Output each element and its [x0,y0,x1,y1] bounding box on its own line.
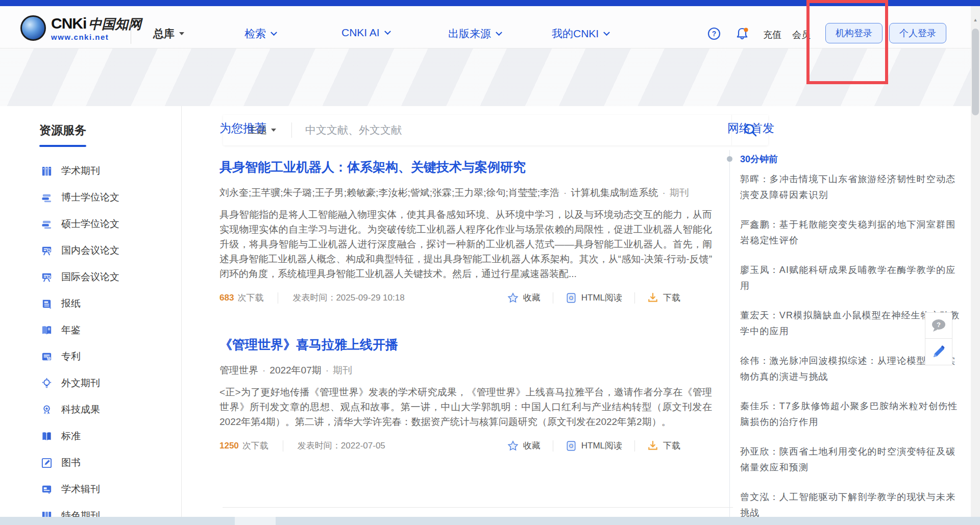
zongku-label: 总库 [153,27,175,41]
html-doc-icon [566,440,577,452]
feedback-bubble-icon: ? [930,318,947,333]
list-item[interactable]: 廖玉凤：AI赋能科研成果反哺教学在酶学教学的应用 [740,262,965,294]
sidebar-item-domestic-conference[interactable]: 国内会议论文 [41,243,119,258]
star-icon [507,292,519,304]
article-doc-type: 期刊 [333,365,352,376]
html-read-button[interactable]: HTML阅读 [566,440,622,452]
standard-book-icon [41,431,53,442]
sidebar-item-master-thesis[interactable]: 硕士学位论文 [41,216,119,232]
help-icon[interactable]: ? [707,27,721,41]
search-section: 主题 [0,48,980,106]
nav-item-cnki-ai[interactable]: CNKI AI [341,27,390,39]
globe-logo-icon [20,15,46,41]
edit-button[interactable] [925,339,952,365]
sidebar-item-books[interactable]: 图书 [41,455,81,470]
article-source[interactable]: 计算机集成制造系统 [571,187,658,198]
cnki-logo[interactable]: CNKi 中国知网 www.cnki.net [20,15,141,41]
doctoral-thesis-icon [41,192,53,204]
timeline-dot [727,156,732,162]
article-doc-type: 期刊 [670,187,689,198]
header: CNKi 中国知网 www.cnki.net 总库 检索 CNKI AI 出版来… [0,6,980,48]
scroll-up-arrow[interactable]: ▲ [971,17,980,22]
horizontal-scrollbar[interactable] [0,517,980,525]
list-item[interactable]: 孙亚欣：陕西省土地利用变化的时空演变特征及碳储量效应和预测 [740,444,965,476]
favorite-button[interactable]: 收藏 [507,292,541,304]
domestic-conference-icon [41,245,53,257]
yearbook-icon [41,324,53,336]
notification-bell-icon[interactable] [735,27,749,41]
master-thesis-icon [41,218,53,230]
patent-icon [41,351,53,363]
article-meta-row: 683 次下载 发表时间： 2025-09-29 10:18 收藏 HTML阅读… [219,292,712,304]
article-title[interactable]: 具身智能工业机器人：体系架构、关键技术与案例研究 [219,159,712,176]
resource-sidebar: 资源服务 学术期刊 博士学位论文 硕士学位论文 国内会议论文 国际会议论文 报纸 [0,106,182,525]
sidebar-item-patent[interactable]: 专利 [41,349,81,364]
article-authors[interactable]: 刘永奎;王芊骥;朱子璐;王子男;赖敏豪;李汝彬;訾斌;张霖;王力翠;徐句;肖莹莹… [219,187,559,198]
favorite-button[interactable]: 收藏 [507,440,541,452]
nav-item-my-cnki[interactable]: 我的CNKI [552,27,609,41]
publish-date: 2025-09-29 10:18 [336,293,404,303]
sidebar-item-academic-series[interactable]: 学术辑刊 [41,482,100,497]
list-item[interactable]: 严鑫鹏：基于耗散能突变失稳判据的地下洞室群围岩稳定性评价 [740,217,965,248]
recommend-title: 为您推荐 [219,120,712,136]
feedback-button[interactable]: ? [925,312,952,339]
timeline-line [729,150,730,525]
vertical-scrollbar-thumb[interactable] [972,29,979,115]
chevron-down-icon [496,29,502,36]
nav-item-publish-source[interactable]: 出版来源 [448,27,501,41]
org-login-button[interactable]: 机构登录 [825,23,883,43]
top-strip [0,0,980,6]
html-doc-icon [566,292,577,304]
caret-down-icon [179,32,184,35]
list-item[interactable]: 秦佳乐：T7多肽修饰超小聚多巴胺纳米粒对创伤性脑损伤的治疗作用 [740,398,965,430]
horizontal-scrollbar-thumb[interactable] [235,517,276,525]
download-count: 683 [219,293,234,303]
list-item[interactable]: 郭晖：多冲击情境下山东省旅游经济韧性时空动态演变及障碍因素识别 [740,171,965,203]
journal-bars-icon [41,165,53,177]
chevron-down-icon [384,28,391,35]
sidebar-item-newspaper[interactable]: 报纸 [41,296,81,311]
book-edit-icon [41,457,53,469]
sidebar-item-international-conference[interactable]: 国际会议论文 [41,269,119,285]
sidebar-item-standard[interactable]: 标准 [41,429,81,444]
personal-login-button[interactable]: 个人登录 [889,23,946,43]
recommend-section: 为您推荐 具身智能工业机器人：体系架构、关键技术与案例研究 刘永奎;王芊骥;朱子… [219,106,712,452]
article-authors-line: 刘永奎;王芊骥;朱子璐;王子男;赖敏豪;李汝彬;訾斌;张霖;王力翠;徐句;肖莹莹… [219,185,712,201]
article-title[interactable]: 《管理世界》喜马拉雅上线开播 [219,336,712,353]
floating-widget: ? [925,312,952,365]
logo-url-text: www.cnki.net [51,33,141,41]
recharge-link[interactable]: 充值 [763,29,781,41]
pencil-icon [931,344,946,360]
chevron-down-icon [603,29,610,36]
content-bottom-divider [223,507,733,508]
newspaper-icon [41,298,53,310]
cnki-homepage: CNKi 中国知网 www.cnki.net 总库 检索 CNKI AI 出版来… [0,0,980,525]
nav-item-zongku[interactable]: 总库 [153,27,184,41]
sidebar-item-foreign-journal[interactable]: 外文期刊 [41,376,100,391]
sidebar-item-sci-achievements[interactable]: 科技成果 [41,402,100,417]
sidebar-item-doctoral-thesis[interactable]: 博士学位论文 [41,190,119,205]
sidebar-item-academic-journal[interactable]: 学术期刊 [41,163,100,179]
logo-cn-text: 中国知网 [88,18,141,31]
article-abstract: 具身智能指的是将人工智能融入物理实体，使其具备感知环境、从环境中学习，以及与环境… [219,207,712,281]
member-link[interactable]: 会员 [792,29,811,41]
sidebar-title-underline [39,145,86,147]
list-item[interactable]: 曾文泓：人工智能驱动下解剖学教学的现状与未来挑战 [740,489,965,521]
download-button[interactable]: 下载 [647,292,680,304]
nav-item-search[interactable]: 检索 [244,27,276,41]
svg-text:?: ? [712,30,717,38]
download-icon [647,292,658,304]
download-icon [647,440,658,452]
download-button[interactable]: 下载 [647,440,680,452]
foreign-journal-bulb-icon [41,378,53,389]
article-abstract: <正>为了更好地传播《管理世界》发表的学术研究成果，《管理世界》上线喜马拉雅平台… [219,385,712,429]
vertical-scrollbar[interactable]: ▲ [971,6,980,517]
sidebar-title: 资源服务 [39,122,86,138]
sidebar-item-yearbook[interactable]: 年鉴 [41,322,81,338]
chevron-down-icon [271,29,277,36]
svg-text:?: ? [937,321,941,329]
html-read-button[interactable]: HTML阅读 [566,292,622,304]
publish-date: 2022-07-05 [341,441,385,451]
article-source[interactable]: 管理世界 [219,365,258,376]
time-badge: 30分钟前 [740,153,778,165]
